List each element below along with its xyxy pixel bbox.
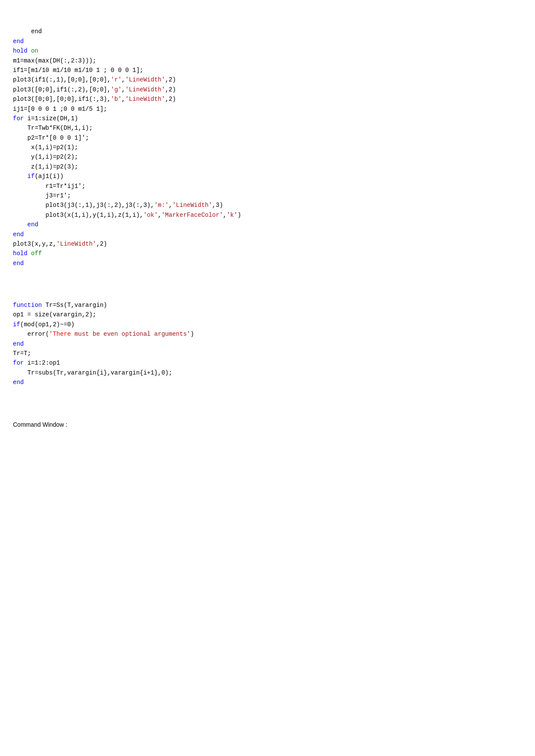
func-line-9: end xyxy=(13,379,24,386)
line-12: p2=Tr*[0 0 0 1]'; xyxy=(13,134,89,141)
line-25: end xyxy=(13,260,24,267)
line-15: z(1,i)=p2(3); xyxy=(13,163,78,170)
code-content: end end hold on m1=max(max(DH(:,2:3))); … xyxy=(13,17,522,278)
func-line-1: function Tr=Ss(T,varargin) xyxy=(13,302,107,309)
line-9: ij1=[0 0 0 1 ;0 0 m1/5 1]; xyxy=(13,106,107,112)
func-line-5: end xyxy=(13,341,24,347)
func-line-3: if(mod(op1,2)~=0) xyxy=(13,321,75,328)
line-22: end xyxy=(13,231,24,238)
func-line-2: op1 = size(varargin,2); xyxy=(13,311,96,318)
command-window-label: Command Window : xyxy=(13,414,522,428)
line-24: hold off xyxy=(13,250,42,257)
line-6: plot3(if1(:,1),[0;0],[0;0],'r','LineWidt… xyxy=(13,76,176,83)
line-19: plot3(j3(:,1),j3(:,2),j3(:,3),'m:','Line… xyxy=(13,202,223,209)
line-21: end xyxy=(13,221,38,228)
code-editor: end end hold on m1=max(max(DH(:,2:3))); … xyxy=(13,17,522,428)
line-17: r1=Tr*ij1'; xyxy=(13,183,85,190)
line-14: y(1,i)=p2(2); xyxy=(13,153,78,160)
line-20: plot3(x(1,i),y(1,i),z(1,i),'ok','MarkerF… xyxy=(13,212,241,219)
func-line-4: error('There must be even optional argum… xyxy=(13,331,194,337)
line-23: plot3(x,y,z,'LineWidth',2) xyxy=(13,241,107,247)
func-line-6: Tr=T; xyxy=(13,350,31,357)
line-13: x(1,i)=p2(1); xyxy=(13,144,78,151)
line-3: hold on xyxy=(13,47,38,54)
line-5: if1=[m1/10 m1/10 m1/10 1 ; 0 0 0 1]; xyxy=(13,67,143,74)
line-11: Tr=Twb*FK(DH,1,i); xyxy=(13,125,93,131)
line-4: m1=max(max(DH(:,2:3))); xyxy=(13,57,96,64)
line-1: end xyxy=(13,28,42,35)
line-16: if(aj1(i)) xyxy=(13,173,64,180)
func-line-7: for i=1:2:op1 xyxy=(13,359,60,366)
line-7: plot3([0;0],if1(:,2),[0;0],'g','LineWidt… xyxy=(13,86,176,93)
function-section: function Tr=Ss(T,varargin) op1 = size(va… xyxy=(13,291,522,397)
command-window-text: Command Window : xyxy=(13,421,67,428)
line-8: plot3([0;0],[0;0],if1(:,3),'b','LineWidt… xyxy=(13,96,176,103)
line-2: end xyxy=(13,38,24,45)
func-line-8: Tr=subs(Tr,varargin{i},varargin{i+1},0); xyxy=(13,369,172,376)
line-18: j3=r1'; xyxy=(13,192,71,199)
line-10: for i=1:size(DH,1) xyxy=(13,115,78,122)
